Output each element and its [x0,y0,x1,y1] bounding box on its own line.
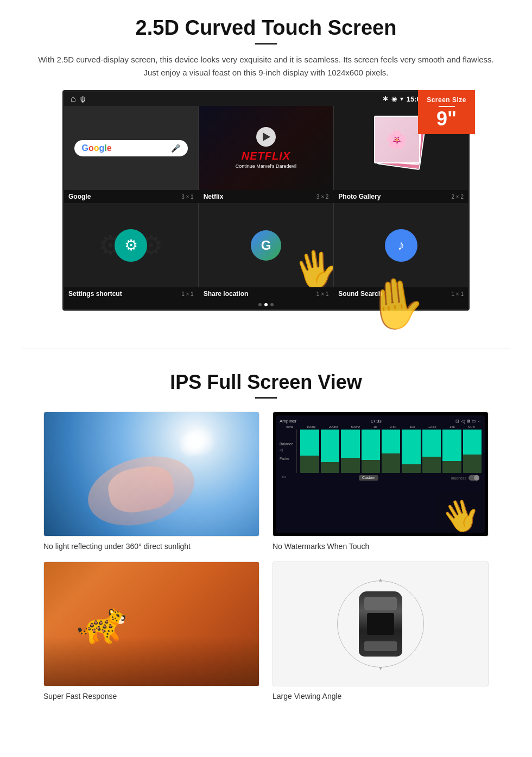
status-left: ⌂ ψ [71,94,86,104]
car-view-container: ▲ ▼ [337,581,424,667]
eq-bar-6 [402,430,420,464]
amp-controls: Balance ◁ Fader [280,430,482,473]
cheetah-label: Super Fast Response [43,692,259,701]
settings-size: 1 × 1 [181,291,194,297]
cheetah-shadow [44,636,259,686]
location-icon: ◉ [391,95,397,103]
netflix-size: 3 × 2 [316,194,329,200]
car-image: ▲ ▼ [273,562,489,686]
eq-bar-9 [463,430,482,455]
google-search-bar[interactable]: Google 🎤 [74,140,188,156]
google-app-cell[interactable]: Google 🎤 [64,106,198,190]
eq-bar-3 [341,430,359,458]
section1-divider [255,43,277,45]
music-icon: ♪ [385,229,417,262]
settings-app-name: Settings shortcut [68,290,122,298]
app-grid-top: Google 🎤 NETFLIX Continue [64,106,468,190]
screen-size-badge: Screen Size 9" [418,90,475,134]
usb-icon: ψ [80,94,86,103]
share-size: 1 × 1 [316,291,329,297]
amp-freq-labels: 60hz100hz200hz500hz1k2.5k10k12.5k15kSUB [280,425,482,428]
eq-bar-5 [382,430,400,453]
settings-gear: ⚙ [115,229,147,262]
amp-equalizer [296,430,482,473]
app-label-row-1: Google 3 × 1 Netflix 3 × 2 Photo Gallery… [64,190,468,203]
car-rear-windshield [364,641,397,651]
eq-bar-4 [362,430,380,460]
section1-description: With 2.5D curved-display screen, this de… [33,53,499,79]
gallery-size: 2 × 2 [451,194,464,200]
netflix-subtitle: Continue Marvel's Daredevil [236,163,296,169]
netflix-app-name: Netflix [204,193,224,200]
car-outer-circle: ▲ ▼ [337,581,424,667]
eq-bar-2 [321,430,339,462]
section1-title: 2.5D Curved Touch Screen [33,16,499,40]
sound-size: 1 × 1 [451,291,464,297]
dot-3 [270,303,274,306]
sunlight-label: No light reflecting under 360° direct su… [43,542,259,551]
car-arrow-top: ▲ [378,577,383,583]
section2-divider [255,397,277,399]
car-arrow-bottom: ▼ [378,665,383,671]
maps-label: Share location 1 × 1 [199,287,333,300]
screen-touch-hand: 🤚 [363,273,429,335]
eq-bar-8 [442,430,461,461]
gallery-photo-1: 🌸 [374,116,420,163]
section2-title: IPS Full Screen View [33,371,499,394]
play-triangle-icon [263,133,270,141]
amp-header: Amplifier 17:33 ⊡ ◁) ⊠ ▭ ← [280,419,482,424]
light-reflection [80,445,202,537]
bluetooth-icon: ✱ [383,95,388,103]
section-divider [22,349,510,349]
feature-sunlight: No light reflecting under 360° direct su… [43,412,259,551]
maps-icon: G [251,230,281,261]
cheetah-image: 🐆 [43,562,259,686]
dot-1 [258,303,262,306]
amp-icons: ⊡ ◁) ⊠ ▭ ← [455,419,482,424]
eq-bar-1 [300,430,319,456]
feature-cheetah: 🐆 Super Fast Response [43,562,259,701]
google-logo: Google [82,143,112,153]
netflix-logo: NETFLIX [236,150,296,162]
badge-divider [439,106,455,107]
google-label: Google 3 × 1 [64,190,198,203]
netflix-play-button[interactable] [256,127,276,147]
google-app-name: Google [68,193,91,200]
curved-screen-section: 2.5D Curved Touch Screen With 2.5D curve… [0,0,532,332]
badge-size: 9" [427,109,466,129]
amp-time: 17:33 [371,419,382,424]
netflix-label: Netflix 3 × 2 [199,190,333,203]
home-icon[interactable]: ⌂ [71,94,76,104]
google-size: 3 × 1 [181,194,194,200]
amplifier-label: No Watermarks When Touch [273,542,489,551]
netflix-app-cell[interactable]: NETFLIX Continue Marvel's Daredevil [199,106,333,190]
car-body [359,591,402,657]
feature-amplifier: Amplifier 17:33 ⊡ ◁) ⊠ ▭ ← 60hz100hz200h… [273,412,489,551]
gallery-label: Photo Gallery 2 × 2 [334,190,468,203]
feature-grid: No light reflecting under 360° direct su… [43,412,489,701]
wifi-icon: ▾ [400,95,403,103]
amp-title: Amplifier [280,419,296,424]
sunlight-image [43,412,259,537]
status-bar: ⌂ ψ ✱ ◉ ▾ 15:06 ⊡ ◁) ⊠ ▭ [64,92,468,106]
amplifier-image: Amplifier 17:33 ⊡ ◁) ⊠ ▭ ← 60hz100hz200h… [273,412,489,537]
settings-label: Settings shortcut 1 × 1 [64,287,198,300]
sun-glow [178,431,205,458]
share-app-name: Share location [204,290,249,298]
car-windshield [364,597,397,610]
touch-hand-icon: 🖐 [291,245,333,287]
settings-app-cell[interactable]: ⚙ ⚙ ⚙ [64,203,198,287]
netflix-content: NETFLIX Continue Marvel's Daredevil [236,127,296,169]
mic-icon[interactable]: 🎤 [171,144,180,153]
car-roof [367,613,394,635]
car-label: Large Viewing Angle [273,692,489,701]
feature-car: ▲ ▼ Large Viewing Angle [273,562,489,701]
gallery-app-name: Photo Gallery [338,193,381,200]
ips-section: IPS Full Screen View No light reflecting… [0,365,532,717]
amp-bottom-controls: «< Custom loudness [280,475,482,481]
share-location-cell[interactable]: G 🖐 [199,203,333,287]
eq-bar-7 [422,430,441,457]
badge-label: Screen Size [427,96,466,104]
dot-2 [264,303,268,306]
